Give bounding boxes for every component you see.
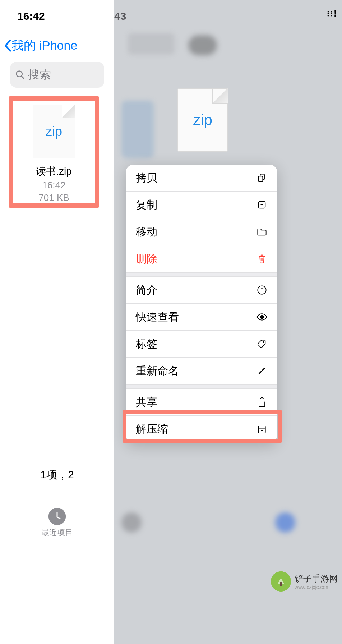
menu-label: 标签 (136, 337, 157, 351)
trash-icon (256, 253, 267, 264)
tag-icon (256, 339, 267, 349)
zip-icon-label: zip (46, 124, 62, 139)
menu-label: 复制 (136, 198, 157, 212)
menu-item-rename[interactable]: 重新命名 (126, 358, 277, 385)
back-button[interactable]: 我的 iPhone (0, 22, 114, 54)
blurred-background (188, 35, 217, 55)
file-highlight-box: zip 读书.zip 16:42 701 KB (9, 96, 99, 208)
right-screenshot: 43 ፧፧! zip 拷贝 复制 移动 删除 简介 快速查看 (114, 0, 342, 644)
copy-doc-icon (256, 172, 267, 183)
clock-icon (48, 508, 66, 525)
menu-item-copy[interactable]: 拷贝 (126, 165, 277, 192)
chevron-left-icon (4, 39, 11, 52)
menu-label: 快速查看 (136, 310, 179, 325)
menu-label: 删除 (136, 252, 157, 266)
zip-preview-icon: zip (177, 88, 228, 152)
blurred-tab-icon (275, 512, 295, 533)
svg-rect-4 (259, 176, 263, 181)
file-name: 读书.zip (36, 165, 72, 178)
file-size: 701 KB (38, 192, 69, 203)
menu-label: 移动 (136, 225, 157, 239)
search-placeholder: 搜索 (28, 67, 51, 83)
back-label: 我的 iPhone (11, 37, 77, 54)
eye-icon (256, 312, 267, 322)
svg-point-11 (260, 316, 264, 319)
status-time-right: 43 (114, 10, 126, 22)
duplicate-icon (256, 199, 267, 210)
menu-separator (126, 385, 277, 389)
svg-point-12 (263, 342, 264, 343)
watermark-url: www.czjxjc.com (295, 584, 338, 590)
menu-item-tags[interactable]: 标签 (126, 331, 277, 358)
menu-label: 简介 (136, 283, 157, 298)
menu-item-uncompress[interactable]: 解压缩 (126, 416, 277, 443)
zip-file-icon: zip (33, 105, 75, 158)
tab-label: 最近项目 (41, 527, 73, 538)
svg-point-10 (262, 288, 262, 289)
menu-item-delete[interactable]: 删除 (126, 245, 277, 272)
watermark-logo-icon (271, 571, 291, 592)
tab-recent[interactable]: 最近项目 (0, 505, 114, 540)
signal-icon: ፧፧! (327, 9, 338, 19)
file-time: 16:42 (42, 180, 65, 191)
menu-item-move[interactable]: 移动 (126, 218, 277, 245)
watermark: 铲子手游网 www.czjxjc.com (271, 571, 338, 592)
menu-label: 解压缩 (136, 422, 168, 437)
menu-label: 重新命名 (136, 364, 179, 378)
menu-item-quicklook[interactable]: 快速查看 (126, 304, 277, 331)
search-input[interactable]: 搜索 (10, 62, 104, 88)
menu-separator (126, 272, 277, 277)
share-icon (256, 397, 267, 408)
folder-icon (256, 226, 267, 237)
file-item[interactable]: zip 读书.zip 16:42 701 KB (13, 101, 95, 203)
item-count: 1项，2 (40, 468, 74, 482)
zip-preview-label: zip (193, 111, 212, 129)
status-time-left: 16:42 (0, 0, 114, 22)
archive-icon (256, 424, 267, 435)
blurred-tab-icon (121, 512, 142, 533)
svg-line-1 (22, 76, 24, 79)
blurred-background (128, 33, 175, 55)
svg-rect-13 (258, 426, 265, 433)
menu-label: 拷贝 (136, 171, 157, 185)
blurred-background (121, 101, 154, 158)
search-icon (15, 70, 25, 80)
info-icon (256, 285, 267, 295)
context-menu: 拷贝 复制 移动 删除 简介 快速查看 标签 重新命名 (126, 165, 277, 443)
pencil-icon (256, 365, 267, 376)
left-screenshot: 16:42 我的 iPhone 搜索 zip 读书.zip 16:42 701 … (0, 0, 114, 644)
watermark-title: 铲子手游网 (295, 573, 338, 584)
menu-item-info[interactable]: 简介 (126, 277, 277, 304)
menu-item-duplicate[interactable]: 复制 (126, 192, 277, 218)
menu-item-share[interactable]: 共享 (126, 389, 277, 416)
menu-label: 共享 (136, 395, 157, 410)
svg-rect-17 (280, 582, 282, 586)
